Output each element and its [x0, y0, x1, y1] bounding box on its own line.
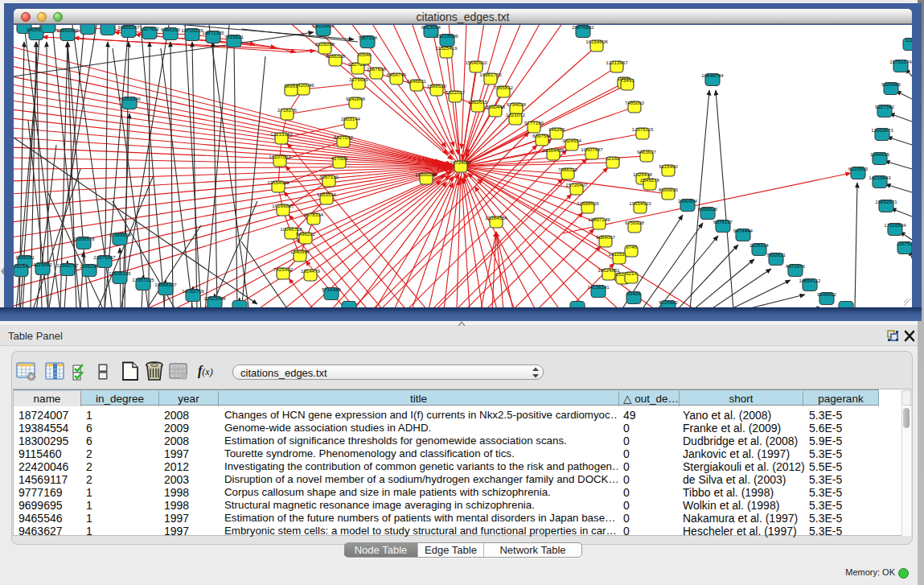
svg-text:19654983: 19654983 [267, 179, 290, 185]
svg-text:20546: 20546 [357, 51, 372, 57]
svg-text:8678334: 8678334 [304, 212, 324, 217]
svg-text:12093873: 12093873 [871, 127, 893, 133]
svg-text:6466160: 6466160 [161, 27, 181, 32]
svg-text:10688609: 10688609 [577, 200, 599, 206]
svg-text:2935114: 2935114 [749, 242, 769, 248]
svg-text:8215953: 8215953 [848, 166, 869, 171]
svg-text:9463627: 9463627 [637, 149, 657, 154]
svg-text:19654923: 19654923 [629, 200, 651, 206]
svg-text:7955812: 7955812 [494, 84, 514, 90]
svg-text:19218506: 19218506 [436, 33, 458, 39]
svg-text:20364436: 20364436 [542, 147, 565, 153]
svg-text:146266: 146266 [548, 126, 565, 132]
svg-text:15751074: 15751074 [889, 59, 912, 64]
svg-text:17957225: 17957225 [132, 277, 154, 282]
svg-text:16154808: 16154808 [585, 39, 608, 44]
svg-text:20206578: 20206578 [72, 236, 95, 241]
svg-text:6879197: 6879197 [713, 219, 733, 225]
svg-text:8990448: 8990448 [486, 104, 506, 109]
svg-text:10855267: 10855267 [117, 25, 140, 30]
svg-text:11325419: 11325419 [435, 45, 458, 51]
svg-text:12342757: 12342757 [56, 262, 79, 268]
svg-text:8699695: 8699695 [659, 187, 679, 192]
svg-text:15720407: 15720407 [565, 182, 588, 187]
svg-text:5322037: 5322037 [446, 89, 466, 95]
svg-text:7632621: 7632621 [766, 252, 786, 257]
svg-text:18724007: 18724007 [450, 159, 472, 165]
svg-text:2803144: 2803144 [341, 116, 361, 122]
svg-text:2367608: 2367608 [367, 66, 387, 72]
svg-text:10654112: 10654112 [799, 278, 821, 283]
svg-text:8813054: 8813054 [421, 25, 441, 30]
svg-text:15692971: 15692971 [875, 199, 897, 204]
svg-text:1117: 1117 [906, 37, 912, 43]
svg-text:16648784: 16648784 [701, 72, 724, 78]
svg-text:6794028: 6794028 [507, 101, 527, 107]
svg-text:62160: 62160 [606, 155, 620, 161]
svg-text:98961: 98961 [284, 83, 298, 89]
svg-text:1362615: 1362615 [468, 99, 488, 105]
svg-text:9474444: 9474444 [733, 228, 754, 233]
svg-text:16961755: 16961755 [479, 72, 502, 77]
svg-text:9777169: 9777169 [524, 120, 544, 126]
svg-text:1640954: 1640954 [678, 198, 698, 204]
svg-text:14136141: 14136141 [587, 284, 610, 290]
svg-text:9746: 9746 [626, 244, 637, 249]
svg-text:12505135: 12505135 [109, 270, 131, 276]
svg-text:17359924: 17359924 [109, 232, 131, 237]
svg-text:10671355: 10671355 [202, 30, 224, 35]
svg-text:10607487: 10607487 [581, 146, 603, 152]
svg-text:1353594: 1353594 [317, 192, 337, 197]
svg-text:9115460: 9115460 [659, 299, 678, 305]
svg-text:3267130: 3267130 [319, 174, 339, 179]
svg-text:19958107: 19958107 [154, 282, 177, 287]
svg-text:5716485: 5716485 [322, 286, 342, 292]
svg-text:16107553: 16107553 [269, 154, 291, 159]
svg-text:8427552: 8427552 [334, 134, 354, 140]
svg-text:19384554: 19384554 [485, 215, 507, 220]
svg-text:20691406: 20691406 [56, 27, 79, 33]
svg-text:20876862: 20876862 [572, 25, 594, 30]
svg-text:12975115: 12975115 [631, 126, 654, 132]
svg-text:16033809: 16033809 [312, 25, 335, 28]
svg-text:8471676: 8471676 [786, 263, 806, 269]
svg-text:9245652: 9245652 [817, 291, 837, 297]
svg-text:9242848: 9242848 [346, 96, 366, 101]
svg-text:8226058: 8226058 [315, 41, 335, 47]
svg-text:1588520: 1588520 [427, 83, 447, 89]
svg-text:1025438: 1025438 [633, 171, 653, 177]
svg-text:16782759: 16782759 [182, 288, 204, 294]
svg-text:1914479: 1914479 [301, 268, 321, 274]
svg-text:73493: 73493 [620, 77, 634, 83]
svg-text:1527602: 1527602 [140, 26, 160, 31]
svg-text:12213967: 12213967 [606, 60, 628, 65]
svg-text:2718176: 2718176 [277, 107, 298, 113]
svg-text:8958928: 8958928 [698, 206, 718, 212]
svg-text:15640910: 15640910 [465, 60, 487, 65]
svg-text:9115460: 9115460 [659, 163, 678, 169]
svg-text:116753: 116753 [897, 241, 912, 246]
svg-text:8454749: 8454749 [387, 72, 407, 77]
svg-text:1145194: 1145194 [80, 263, 99, 269]
svg-text:7515521: 7515521 [224, 34, 244, 39]
svg-text:9329966: 9329966 [881, 81, 901, 87]
svg-text:9498222: 9498222 [296, 231, 316, 237]
svg-text:2549578: 2549578 [640, 177, 660, 183]
svg-text:7625402: 7625402 [273, 266, 294, 272]
svg-text:33426: 33426 [626, 290, 641, 296]
svg-text:1115682: 1115682 [33, 262, 52, 267]
svg-text:1621072: 1621072 [506, 112, 526, 117]
svg-text:17016504: 17016504 [884, 222, 906, 228]
svg-text:12213383: 12213383 [270, 131, 293, 137]
svg-text:7357224: 7357224 [358, 35, 378, 40]
svg-text:12923448: 12923448 [203, 295, 226, 301]
svg-text:9756928: 9756928 [625, 220, 645, 225]
svg-text:1835051: 1835051 [15, 254, 35, 260]
svg-text:7485063: 7485063 [625, 100, 645, 105]
svg-text:7886322: 7886322 [558, 167, 578, 172]
svg-text:9084067: 9084067 [596, 234, 616, 240]
svg-text:18807249: 18807249 [588, 216, 610, 222]
svg-text:39154: 39154 [14, 263, 28, 269]
svg-text:9214: 9214 [626, 270, 637, 276]
svg-text:21053346: 21053346 [118, 96, 141, 101]
